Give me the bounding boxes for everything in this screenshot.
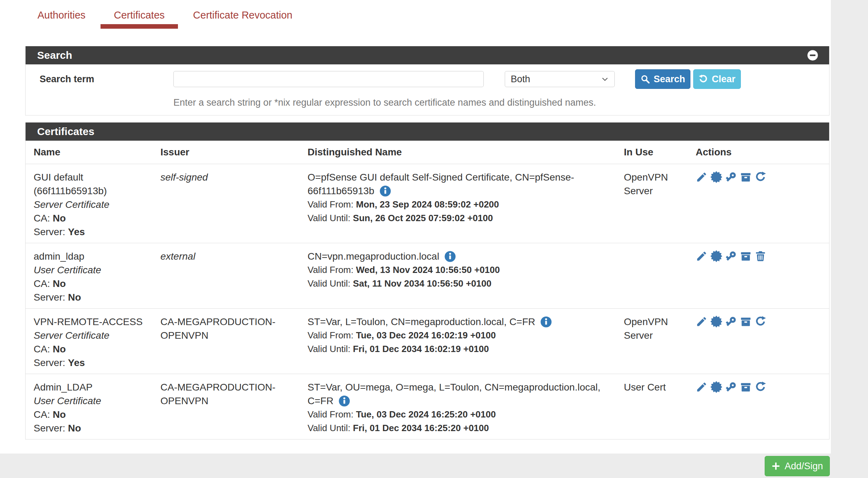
main-content: Authorities Certificates Certificate Rev… [0,0,831,454]
certificate-seal-icon[interactable] [710,316,722,328]
search-term-input[interactable] [173,71,484,87]
clear-button[interactable]: Clear [693,69,741,89]
info-icon[interactable] [338,395,350,407]
certificates-panel-title: Certificates [37,126,94,138]
export-p12-archive-icon[interactable] [740,171,752,183]
table-row: Admin_LDAP User Certificate CA: No Serve… [26,374,829,439]
search-panel-body: Search term Both Search Clear E [26,64,829,115]
cell-distinguished-name: ST=Var, L=Toulon, CN=megaproduction.loca… [308,309,624,374]
export-p12-archive-icon[interactable] [740,381,752,393]
table-header-row: Name Issuer Distinguished Name In Use Ac… [26,141,829,164]
collapse-minus-icon[interactable] [807,49,819,61]
chevron-down-icon [600,75,609,84]
cell-name: Admin_LDAP User Certificate CA: No Serve… [34,374,160,439]
export-key-icon[interactable] [725,316,737,328]
cert-name: Admin_LDAP [34,380,153,394]
cert-name: VPN-REMOTE-ACCESS [34,315,153,329]
export-p12-archive-icon[interactable] [740,250,752,262]
valid-until-line: Valid Until: Sat, 11 Nov 2034 10:56:50 +… [308,277,617,290]
valid-until-line: Valid Until: Fri, 01 Dec 2034 16:02:19 +… [308,342,617,356]
cell-actions [696,243,829,308]
certificate-seal-icon[interactable] [710,250,722,262]
edit-pencil-icon[interactable] [696,316,708,328]
export-key-icon[interactable] [725,381,737,393]
cert-name: admin_ldap [34,249,153,263]
search-button-label: Search [654,74,685,85]
add-sign-button[interactable]: Add/Sign [765,456,830,476]
plus-icon [771,462,780,471]
tab-bar: Authorities Certificates Certificate Rev… [0,0,831,29]
tab-authorities[interactable]: Authorities [24,3,99,29]
cert-type: User Certificate [34,394,153,408]
cell-in-use [624,243,696,308]
cert-type: Server Certificate [34,329,153,342]
col-header-actions: Actions [696,147,829,158]
cert-server-line: Server: Yes [34,356,153,370]
certificate-seal-icon[interactable] [710,381,722,393]
table-row: GUI default (66f111b65913b) Server Certi… [26,164,829,243]
dn-text: ST=Var, L=Toulon, CN=megaproduction.loca… [308,315,617,329]
tab-certificates[interactable]: Certificates [101,3,178,29]
cert-type: User Certificate [34,263,153,277]
export-p12-archive-icon[interactable] [740,316,752,328]
cert-ca-line: CA: No [34,277,153,290]
search-panel-title: Search [37,49,72,61]
search-hint: Enter a search string or *nix regular ex… [173,97,829,108]
cert-ca-line: CA: No [34,342,153,356]
renew-icon[interactable] [755,171,766,183]
search-scope-select[interactable]: Both [505,71,615,87]
renew-icon[interactable] [755,316,766,328]
tab-certificate-revocation[interactable]: Certificate Revocation [180,3,306,29]
info-icon[interactable] [379,185,391,197]
add-sign-label: Add/Sign [785,461,823,472]
cell-issuer: CA-MEGAPRODUCTION-OPENVPN [160,374,308,439]
col-header-issuer: Issuer [160,147,308,158]
certificates-panel-header: Certificates [26,122,829,141]
cell-actions [696,309,829,374]
cell-issuer: self-signed [160,164,308,243]
edit-pencil-icon[interactable] [696,171,708,183]
export-key-icon[interactable] [725,250,737,262]
cell-distinguished-name: O=pfSense GUI default Self-Signed Certif… [308,164,624,243]
table-row: VPN-REMOTE-ACCESS Server Certificate CA:… [26,308,829,374]
valid-from-line: Valid From: Wed, 13 Nov 2024 10:56:50 +0… [308,263,617,277]
valid-until-line: Valid Until: Fri, 01 Dec 2034 16:25:20 +… [308,421,617,435]
cell-name: admin_ldap User Certificate CA: No Serve… [34,243,160,308]
cert-server-line: Server: No [34,290,153,304]
edit-pencil-icon[interactable] [696,250,708,262]
certificate-seal-icon[interactable] [710,171,722,183]
search-panel-header: Search [26,46,829,64]
cell-in-use: User Cert [624,374,696,439]
dn-text: CN=vpn.megaproduction.local [308,249,617,263]
search-button[interactable]: Search [635,69,690,89]
valid-from-line: Valid From: Mon, 23 Sep 2024 08:59:02 +0… [308,198,617,211]
cert-type: Server Certificate [34,198,153,211]
info-icon[interactable] [540,316,552,328]
cert-name: GUI default (66f111b65913b) [34,170,153,198]
col-header-name: Name [34,147,160,158]
cell-name: GUI default (66f111b65913b) Server Certi… [34,164,160,243]
renew-icon[interactable] [755,381,766,393]
cell-in-use: OpenVPN Server [624,164,696,243]
cell-actions [696,164,829,243]
export-key-icon[interactable] [725,171,737,183]
search-scope-value: Both [511,74,530,85]
valid-until-line: Valid Until: Sun, 26 Oct 2025 07:59:02 +… [308,211,617,225]
edit-pencil-icon[interactable] [696,381,708,393]
delete-trash-icon[interactable] [755,250,766,262]
valid-from-line: Valid From: Tue, 03 Dec 2024 16:25:20 +0… [308,408,617,421]
cert-ca-line: CA: No [34,408,153,421]
col-header-in-use: In Use [624,147,696,158]
cell-name: VPN-REMOTE-ACCESS Server Certificate CA:… [34,309,160,374]
clear-button-label: Clear [712,74,736,85]
cell-in-use: OpenVPN Server [624,309,696,374]
cell-distinguished-name: CN=vpn.megaproduction.local Valid From: … [308,243,624,308]
info-icon[interactable] [444,251,456,262]
undo-icon [698,74,708,84]
certificates-table: Name Issuer Distinguished Name In Use Ac… [26,141,829,439]
table-row: admin_ldap User Certificate CA: No Serve… [26,243,829,308]
certificates-panel: Certificates Name Issuer Distinguished N… [25,122,829,440]
dn-text: O=pfSense GUI default Self-Signed Certif… [308,170,617,198]
cert-server-line: Server: Yes [34,225,153,239]
dn-text: ST=Var, OU=mega, O=mega, L=Toulon, CN=me… [308,380,617,408]
